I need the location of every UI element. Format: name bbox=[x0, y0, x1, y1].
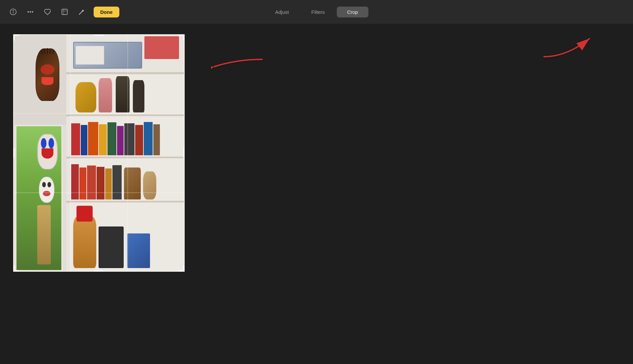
magic-wand-icon[interactable] bbox=[76, 7, 87, 17]
crop-container[interactable] bbox=[13, 34, 185, 272]
aspect-ratio-icon[interactable] bbox=[59, 7, 70, 17]
done-button[interactable]: Done bbox=[94, 7, 119, 17]
svg-point-3 bbox=[28, 12, 29, 13]
mask-white bbox=[39, 177, 54, 203]
toolbar: Adjust Filters Crop bbox=[0, 0, 633, 24]
info-icon[interactable] bbox=[8, 7, 18, 17]
main-content bbox=[0, 24, 633, 364]
svg-point-2 bbox=[13, 10, 14, 11]
hanging-figure bbox=[37, 205, 51, 264]
shelf-figurines bbox=[70, 74, 185, 114]
mask-face bbox=[37, 134, 58, 169]
shelf-books1 bbox=[70, 116, 185, 156]
annotation-arrow-right bbox=[541, 34, 593, 61]
more-options-icon[interactable] bbox=[25, 7, 36, 17]
shelf-divider-v bbox=[66, 34, 70, 272]
annotation-arrow-left bbox=[211, 57, 264, 75]
photo-display bbox=[13, 34, 185, 272]
shelf-top-section bbox=[70, 34, 185, 72]
toolbar-right-actions: Done bbox=[8, 7, 119, 17]
svg-point-4 bbox=[30, 12, 31, 13]
tab-filters[interactable]: Filters bbox=[301, 7, 335, 17]
tab-group: Adjust Filters Crop bbox=[264, 7, 368, 17]
mask-large bbox=[36, 48, 60, 101]
shelf-bottom bbox=[70, 202, 185, 272]
svg-line-7 bbox=[79, 11, 83, 15]
tab-adjust[interactable]: Adjust bbox=[264, 7, 299, 17]
favorite-icon[interactable] bbox=[42, 7, 53, 17]
svg-rect-6 bbox=[62, 9, 68, 15]
shelf-books2 bbox=[70, 158, 185, 201]
tab-crop[interactable]: Crop bbox=[337, 7, 369, 17]
svg-point-5 bbox=[32, 12, 33, 13]
